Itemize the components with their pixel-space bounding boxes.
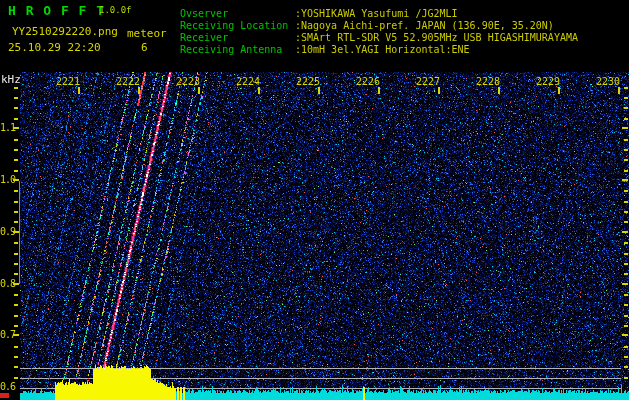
x-axis-tick-label: 2229 — [530, 76, 560, 87]
hrofft-window: H R O F F T 1.0.0f YY2510292220.png mete… — [0, 0, 629, 400]
x-axis-tick-label: 2226 — [350, 76, 380, 87]
info-row: Receiving Location :Nagoya Aichi-pref. J… — [180, 20, 629, 32]
info-label: Receiving Antenna — [180, 44, 282, 55]
y-axis-tick-label: 0.7 — [0, 329, 14, 340]
info-value: :10mH 3el.YAGI Horizontal:ENE — [295, 44, 470, 55]
y-axis-tick-label: 0.8 — [0, 278, 14, 289]
y-axis-tick-label: 1.1 — [0, 122, 14, 133]
info-value: :SMArt RTL-SDR V5 52.905MHz USB HIGASHIM… — [295, 32, 578, 43]
info-label: Receiver — [180, 32, 228, 43]
app-title: H R O F F T — [8, 4, 105, 17]
y-axis-tick-label: 0.9 — [0, 226, 14, 237]
x-axis-tick-label: 2227 — [410, 76, 440, 87]
output-filename: YY2510292220.png — [12, 26, 118, 37]
x-axis-tick-label: 2221 — [50, 76, 80, 87]
x-axis-tick-label: 2223 — [170, 76, 200, 87]
x-axis-tick-label: 2230 — [590, 76, 620, 87]
info-row: Receiver :SMArt RTL-SDR V5 52.905MHz USB… — [180, 32, 629, 44]
y-axis-tick-label: 0.6 — [0, 381, 14, 392]
info-row: Ovserver :YOSHIKAWA Yasufumi /JG2MLI — [180, 8, 629, 20]
y-axis-tick-label: 1.0 — [0, 174, 14, 185]
freq-axis-unit: kHz — [1, 74, 21, 85]
observation-datetime: 25.10.29 22:20 — [8, 42, 101, 53]
spectrogram-canvas — [0, 0, 629, 400]
x-axis-tick-label: 2228 — [470, 76, 500, 87]
info-row: Receiving Antenna :10mH 3el.YAGI Horizon… — [180, 44, 629, 56]
x-axis-tick-label: 2225 — [290, 76, 320, 87]
info-value: :Nagoya Aichi-pref. JAPAN (136.90E, 35.2… — [295, 20, 554, 31]
x-axis-tick-label: 2224 — [230, 76, 260, 87]
info-label: Receiving Location — [180, 20, 288, 31]
mode-label: meteor — [127, 28, 167, 39]
info-label: Ovserver — [180, 8, 228, 19]
x-axis-tick-label: 2222 — [110, 76, 140, 87]
app-version: 1.0.0f — [99, 6, 132, 15]
info-value: :YOSHIKAWA Yasufumi /JG2MLI — [295, 8, 458, 19]
meteor-count: 6 — [141, 42, 148, 53]
